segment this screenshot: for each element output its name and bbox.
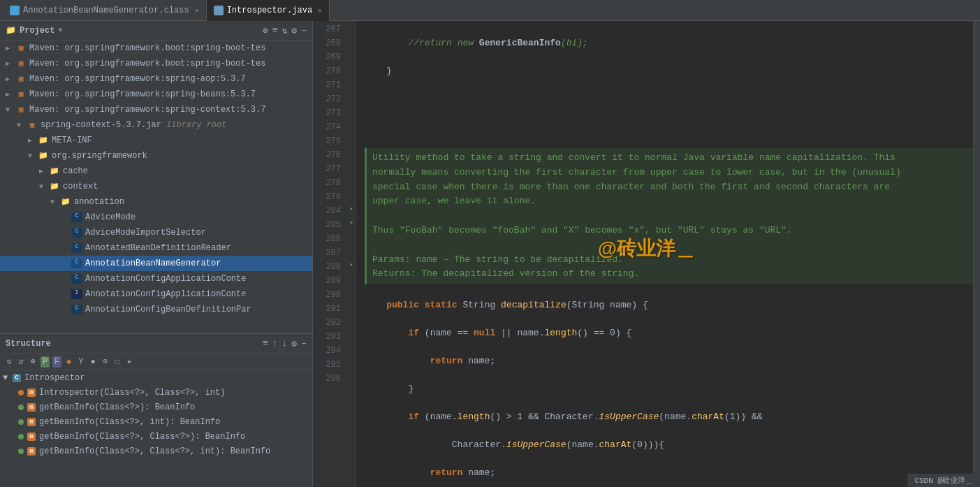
tree-item-cache[interactable]: ▶ 📁 cache [0, 163, 312, 179]
tree-item-maven3[interactable]: ▶ ▦ Maven: org.springframework:spring-ao… [0, 71, 312, 87]
struct-root-icon: C [13, 374, 21, 382]
code-line-288: if (name.length() > 1 && Character.isUpp… [365, 410, 973, 424]
tree-item-context[interactable]: ▼ 📁 context [0, 179, 312, 194]
filter-all-icon[interactable]: ⇅ [4, 356, 13, 368]
tree-item-maven2[interactable]: ▶ ▦ Maven: org.springframework.boot:spri… [0, 56, 312, 71]
letter-m-icon: m [27, 403, 36, 412]
arrow-icon [61, 291, 71, 298]
arrow-icon [61, 306, 71, 314]
struct-item-getbeaninfo2[interactable]: m getBeanInfo(Class<?>, int): BeanInfo [0, 414, 312, 429]
filter-dot-icon[interactable]: ⊙ [101, 356, 110, 368]
tree-item-advice-mode[interactable]: C AdviceMode [0, 210, 312, 225]
tab-introspector[interactable]: Introspector.java ✕ [207, 0, 330, 21]
structure-icon[interactable]: ≡ [272, 25, 278, 36]
tab1-label: AnnotationBeanNameGenerator.class [23, 6, 189, 15]
fold-icon-285[interactable]: ▾ [346, 217, 356, 231]
tree-item-maven4[interactable]: ▶ ▦ Maven: org.springframework:spring-be… [0, 87, 312, 102]
filter-diamond-icon[interactable]: ◆ [64, 356, 73, 368]
struct-item-getbeaninfo1[interactable]: m getBeanInfo(Class<?>): BeanInfo [0, 400, 312, 414]
code-content[interactable]: //return new GenericBeanInfo(bi); } Util… [356, 21, 973, 487]
arrow-icon: ▶ [6, 90, 15, 99]
tree-item-annotated-bean-def-reader[interactable]: C AnnotatedBeanDefinitionReader [0, 240, 312, 256]
arrow-icon: ▶ [6, 44, 15, 52]
project-header: 📁 Project ▼ ⊕ ≡ ⇅ ⚙ – [0, 21, 312, 41]
filter-star-icon[interactable]: ✦ [124, 356, 133, 368]
tab1-close[interactable]: ✕ [195, 6, 199, 15]
code-line-290: return name; [365, 466, 973, 480]
status-bar: CSDN @砖业洋＿ [907, 474, 980, 487]
code-line-268: } [365, 64, 973, 78]
folder-icon: 📁 [38, 151, 49, 161]
tab-annotation-bean-name-generator[interactable]: AnnotationBeanNameGenerator.class ✕ [3, 0, 207, 21]
struct-item-constructor[interactable]: m Introspector(Class<?>, Class<?>, int) [0, 385, 312, 400]
tree-item-maven1[interactable]: ▶ ▦ Maven: org.springframework.boot:spri… [0, 41, 312, 56]
tree-item-org-springframework[interactable]: ▼ 📁 org.springframework [0, 148, 312, 163]
code-line-289: Character.isUpperCase(name.charAt(0))){ [365, 438, 973, 452]
code-line-285: if (name == null || name.length() == 0) … [365, 326, 973, 340]
filter-p-icon[interactable]: P [41, 356, 50, 368]
dot-green [18, 449, 24, 454]
struct-item-getbeaninfo4[interactable]: m getBeanInfo(Class<?>, Class<?>, int): … [0, 444, 312, 458]
structure-tree: ▼ C Introspector m Introspector(Class<?>… [0, 370, 312, 487]
dot-green [18, 405, 24, 410]
vertical-scrollbar[interactable] [973, 21, 980, 487]
arrow-icon: ▼ [50, 198, 60, 206]
tree-item-annotation-config-1[interactable]: C AnnotationConfigApplicationConte [0, 271, 312, 286]
sort-asc-icon[interactable]: ↑ [272, 338, 278, 349]
maven-icon: ▦ [15, 89, 27, 99]
maven-icon: ▦ [15, 105, 27, 115]
tree-item-annotation[interactable]: ▼ 📁 annotation [0, 194, 312, 210]
letter-m-icon: m [27, 433, 36, 441]
structure-title: Structure [6, 339, 51, 349]
folder-icon: 📁 [49, 166, 60, 176]
tree-item-annotation-config-bean-def[interactable]: C AnnotationConfigBeanDefinitionPar [0, 302, 312, 317]
tree-item-maven5[interactable]: ▼ ▦ Maven: org.springframework:spring-co… [0, 102, 312, 117]
arrow-icon [61, 214, 71, 221]
maven-icon: ▦ [15, 59, 27, 68]
filter-square-icon[interactable]: ☐ [112, 356, 122, 368]
struct-settings-icon[interactable]: ⚙ [291, 338, 297, 349]
filter-f-icon[interactable]: F [52, 356, 61, 368]
code-panel: 267 268 269 270 271 272 273 274 275 276 … [313, 21, 980, 487]
tree-item-advice-mode-import-selector[interactable]: C AdviceModeImportSelector [0, 225, 312, 240]
tree-item-annotation-bean-name-gen[interactable]: C AnnotationBeanNameGenerator [0, 256, 312, 271]
sort-icon[interactable]: ≡ [263, 338, 268, 349]
settings-icon[interactable]: ⚙ [291, 25, 297, 36]
filter-circle-icon[interactable]: ● [89, 356, 98, 368]
tree-item-meta-inf[interactable]: ▶ 📁 META-INF [0, 133, 312, 148]
sort-desc-icon[interactable]: ↓ [282, 338, 288, 349]
folder-icon: 📁 [49, 182, 60, 191]
struct-root[interactable]: ▼ C Introspector [0, 370, 312, 385]
fold-icon-284[interactable]: ▾ [346, 203, 356, 217]
collapse-icon[interactable]: ⇅ [282, 25, 288, 36]
left-panel: 📁 Project ▼ ⊕ ≡ ⇅ ⚙ – ▶ ▦ [0, 21, 313, 487]
code-area[interactable]: 267 268 269 270 271 272 273 274 275 276 … [313, 21, 980, 487]
letter-m-icon: m [27, 447, 36, 456]
minimize-icon[interactable]: – [301, 25, 307, 36]
struct-item-getbeaninfo3[interactable]: m getBeanInfo(Class<?>, Class<?>): BeanI… [0, 429, 312, 444]
filter-sort-icon[interactable]: ⇵ [16, 356, 25, 368]
class-icon: C [71, 259, 82, 268]
class-icon: C [71, 243, 82, 253]
structure-header-icons: ≡ ↑ ↓ ⚙ – [263, 338, 307, 349]
struct-minimize-icon[interactable]: – [301, 338, 307, 349]
letter-m-icon: m [27, 388, 36, 397]
tree-item-annotation-config-2[interactable]: I AnnotationConfigApplicationConte [0, 286, 312, 302]
fold-icon-288[interactable]: ▾ [346, 259, 356, 272]
main-layout: 📁 Project ▼ ⊕ ≡ ⇅ ⚙ – ▶ ▦ [0, 21, 980, 487]
arrow-icon: ▶ [28, 136, 38, 145]
dropdown-icon[interactable]: ▼ [58, 27, 62, 34]
sync-icon[interactable]: ⊕ [263, 25, 268, 36]
arrow-icon: ▼ [6, 106, 15, 114]
tab2-close[interactable]: ✕ [318, 6, 322, 15]
filter-y-icon[interactable]: Y [76, 356, 85, 368]
filter-add-icon[interactable]: ⊕ [28, 356, 37, 368]
folder-icon: 📁 [60, 197, 71, 207]
class-icon: C [71, 228, 82, 238]
arrow-icon: ▼ [39, 183, 49, 191]
structure-panel: Structure ≡ ↑ ↓ ⚙ – ⇅ ⇵ ⊕ P F ◆ [0, 333, 312, 487]
tree-item-jar[interactable]: ▼ ▣ spring-context-5.3.7.jar library roo… [0, 117, 312, 133]
arrow-icon [61, 275, 71, 283]
project-header-icons: ⊕ ≡ ⇅ ⚙ – [263, 25, 307, 36]
letter-m-icon: m [27, 418, 36, 426]
